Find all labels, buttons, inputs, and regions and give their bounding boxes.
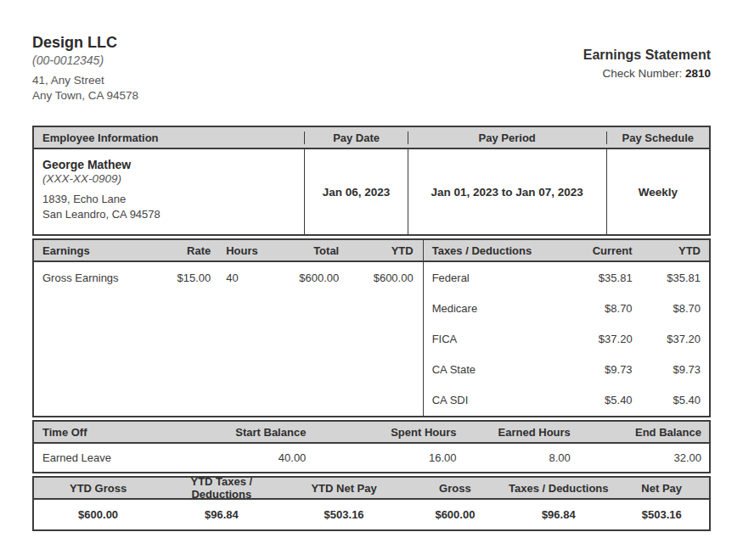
header-start-balance: Start Balance bbox=[177, 426, 312, 439]
employee-info-body-row: George Mathew (XXX-XX-0909) 1839, Echo L… bbox=[34, 149, 709, 234]
value-ytd-net-pay: $503.16 bbox=[280, 508, 407, 521]
header-earnings: Earnings bbox=[34, 244, 174, 257]
header-earnings-ytd: YTD bbox=[339, 244, 422, 257]
employee-info-section: Employee Information Pay Date Pay Period… bbox=[32, 126, 711, 236]
document-header: Design LLC (00-0012345) 41, Any Street A… bbox=[32, 34, 711, 104]
tax-current: $8.70 bbox=[562, 302, 639, 315]
company-block: Design LLC (00-0012345) 41, Any Street A… bbox=[32, 34, 138, 104]
employee-ssn: (XXX-XX-0909) bbox=[42, 172, 296, 185]
header-gross: Gross bbox=[408, 482, 503, 495]
earnings-row: Gross Earnings $15.00 40 $600.00 $600.00 bbox=[34, 262, 423, 293]
timeoff-earned-hours: 8.00 bbox=[463, 451, 577, 464]
tax-label: CA SDI bbox=[424, 394, 562, 406]
header-taxes-deductions: Taxes / Deductions bbox=[424, 244, 562, 257]
tax-current: $37.20 bbox=[562, 333, 639, 345]
header-ytd-net-pay: YTD Net Pay bbox=[280, 482, 407, 495]
header-employee-information: Employee Information bbox=[34, 132, 304, 144]
header-hours: Hours bbox=[211, 244, 257, 257]
earnings-header-row: Earnings Rate Hours Total YTD bbox=[34, 240, 423, 262]
value-taxes: $96.84 bbox=[503, 508, 614, 521]
tax-label: FICA bbox=[424, 333, 562, 345]
taxes-body: Federal $35.81 $35.81 Medicare $8.70 $8.… bbox=[424, 262, 709, 416]
value-ytd-taxes: $96.84 bbox=[162, 508, 280, 521]
check-number-line: Check Number: 2810 bbox=[583, 67, 711, 80]
header-rate: Rate bbox=[174, 244, 211, 257]
tax-current: $5.40 bbox=[562, 394, 639, 406]
timeoff-spent-hours: 16.00 bbox=[312, 451, 463, 464]
employee-details: George Mathew (XXX-XX-0909) 1839, Echo L… bbox=[34, 149, 304, 234]
summary-values-row: $600.00 $96.84 $503.16 $600.00 $96.84 $5… bbox=[34, 500, 709, 529]
tax-row: FICA $37.20 $37.20 bbox=[424, 323, 709, 354]
pay-period-value: Jan 01, 2023 to Jan 07, 2023 bbox=[408, 149, 606, 234]
tax-row: Federal $35.81 $35.81 bbox=[424, 262, 709, 293]
earning-rate: $15.00 bbox=[174, 272, 211, 284]
header-current: Current bbox=[562, 244, 639, 257]
check-number-label: Check Number: bbox=[602, 67, 682, 80]
header-spent-hours: Spent Hours bbox=[312, 426, 463, 439]
time-off-row: Earned Leave 40.00 16.00 8.00 32.00 bbox=[34, 444, 709, 472]
company-ein: (00-0012345) bbox=[32, 53, 138, 67]
earning-hours: 40 bbox=[211, 272, 257, 284]
tax-ytd: $37.20 bbox=[639, 333, 709, 345]
earnings-subtable: Earnings Rate Hours Total YTD Gross Earn… bbox=[34, 240, 424, 416]
earnings-taxes-section: Earnings Rate Hours Total YTD Gross Earn… bbox=[32, 238, 711, 417]
time-off-header-row: Time Off Start Balance Spent Hours Earne… bbox=[34, 422, 709, 444]
header-time-off: Time Off bbox=[34, 426, 177, 439]
value-ytd-gross: $600.00 bbox=[34, 508, 162, 521]
tax-ytd: $8.70 bbox=[639, 302, 709, 315]
header-taxes-ytd: YTD bbox=[639, 244, 709, 257]
tax-row: Medicare $8.70 $8.70 bbox=[424, 293, 709, 323]
tax-ytd: $35.81 bbox=[639, 272, 709, 284]
header-pay-period: Pay Period bbox=[408, 132, 606, 144]
tax-label: CA State bbox=[424, 363, 562, 376]
earning-label: Gross Earnings bbox=[34, 272, 174, 284]
tax-ytd: $5.40 bbox=[639, 394, 709, 406]
header-pay-date: Pay Date bbox=[304, 132, 407, 144]
time-off-section: Time Off Start Balance Spent Hours Earne… bbox=[32, 420, 711, 473]
tax-label: Federal bbox=[424, 272, 562, 284]
tax-current: $35.81 bbox=[562, 272, 639, 284]
check-number-value: 2810 bbox=[685, 67, 711, 80]
employee-info-header-row: Employee Information Pay Date Pay Period… bbox=[34, 127, 709, 149]
header-taxes: Taxes / Deductions bbox=[503, 482, 614, 495]
summary-header-row: YTD Gross YTD Taxes / Deductions YTD Net… bbox=[34, 478, 709, 500]
timeoff-start-balance: 40.00 bbox=[177, 451, 312, 464]
employee-address-line2: San Leandro, CA 94578 bbox=[42, 207, 296, 222]
header-ytd-taxes: YTD Taxes / Deductions bbox=[162, 475, 280, 501]
timeoff-end-balance: 32.00 bbox=[577, 451, 709, 464]
earning-ytd: $600.00 bbox=[339, 272, 422, 284]
taxes-header-row: Taxes / Deductions Current YTD bbox=[424, 240, 709, 262]
header-earned-hours: Earned Hours bbox=[463, 426, 577, 439]
company-address-line2: Any Town, CA 94578 bbox=[32, 88, 138, 104]
value-net-pay: $503.16 bbox=[614, 508, 709, 521]
company-name: Design LLC bbox=[32, 34, 138, 52]
tax-row: CA SDI $5.40 $5.40 bbox=[424, 384, 709, 415]
statement-block: Earnings Statement Check Number: 2810 bbox=[583, 34, 711, 80]
pay-schedule-value: Weekly bbox=[606, 149, 709, 234]
tax-row: CA State $9.73 $9.73 bbox=[424, 354, 709, 384]
earnings-statement-page: Design LLC (00-0012345) 41, Any Street A… bbox=[0, 0, 743, 560]
value-gross: $600.00 bbox=[408, 508, 503, 521]
employee-name: George Mathew bbox=[42, 158, 296, 171]
earning-total: $600.00 bbox=[257, 272, 339, 284]
employee-address-line1: 1839, Echo Lane bbox=[42, 192, 296, 207]
taxes-subtable: Taxes / Deductions Current YTD Federal $… bbox=[424, 240, 709, 416]
header-net-pay: Net Pay bbox=[614, 482, 709, 495]
tax-label: Medicare bbox=[424, 302, 562, 315]
header-total: Total bbox=[257, 244, 339, 257]
tax-ytd: $9.73 bbox=[639, 363, 709, 376]
timeoff-label: Earned Leave bbox=[34, 451, 177, 464]
tax-current: $9.73 bbox=[562, 363, 639, 376]
company-address-line1: 41, Any Street bbox=[32, 73, 138, 88]
header-ytd-gross: YTD Gross bbox=[34, 482, 162, 495]
summary-section: YTD Gross YTD Taxes / Deductions YTD Net… bbox=[32, 476, 711, 531]
statement-title: Earnings Statement bbox=[583, 48, 711, 63]
header-pay-schedule: Pay Schedule bbox=[606, 132, 709, 144]
earnings-body: Gross Earnings $15.00 40 $600.00 $600.00 bbox=[34, 262, 423, 416]
pay-date-value: Jan 06, 2023 bbox=[304, 149, 407, 234]
header-end-balance: End Balance bbox=[577, 426, 709, 439]
